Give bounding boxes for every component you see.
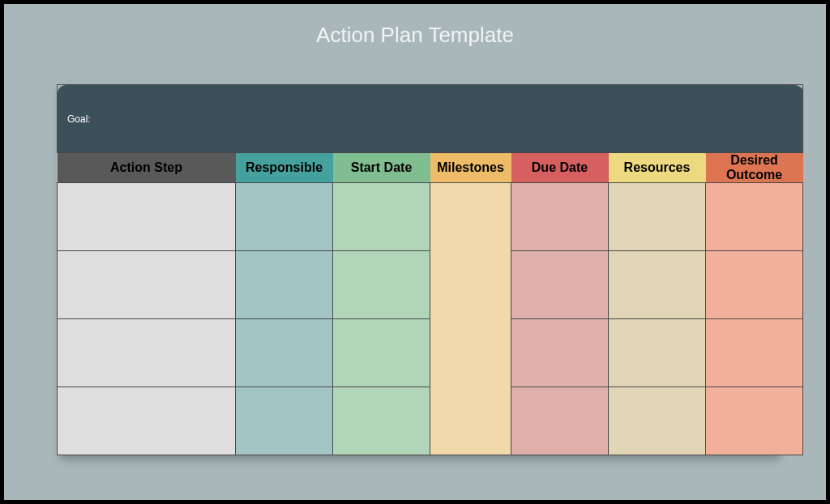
cell-start-date[interactable] [333, 319, 430, 387]
action-plan-table-container: Goal: Action Step Responsible Start Date… [57, 84, 777, 455]
cell-due-date[interactable] [511, 387, 609, 455]
table-header-row: Action Step Responsible Start Date Miles… [58, 153, 803, 183]
cell-action-step[interactable] [58, 183, 236, 251]
cell-start-date[interactable] [333, 183, 430, 251]
header-desired-outcome: Desired Outcome [706, 153, 803, 183]
header-resources: Resources [609, 153, 706, 183]
goal-row: Goal: [58, 85, 803, 153]
cell-action-step[interactable] [58, 387, 236, 455]
template-frame: Action Plan Template Goal: Action Step R… [0, 0, 830, 504]
cell-milestones-merged[interactable] [430, 183, 511, 455]
cell-resources[interactable] [609, 319, 706, 387]
action-plan-table: Goal: Action Step Responsible Start Date… [57, 84, 803, 455]
cell-desired-outcome[interactable] [706, 183, 803, 251]
cell-desired-outcome[interactable] [706, 251, 803, 319]
cell-responsible[interactable] [236, 183, 333, 251]
cell-action-step[interactable] [58, 251, 236, 319]
cell-due-date[interactable] [511, 251, 609, 319]
cell-start-date[interactable] [333, 251, 430, 319]
cell-start-date[interactable] [333, 387, 430, 455]
header-start-date: Start Date [333, 153, 430, 183]
cell-resources[interactable] [609, 183, 706, 251]
cell-resources[interactable] [609, 387, 706, 455]
cell-desired-outcome[interactable] [706, 319, 803, 387]
cell-responsible[interactable] [236, 387, 333, 455]
header-responsible: Responsible [236, 153, 333, 183]
table-row [58, 183, 803, 251]
cell-responsible[interactable] [236, 319, 333, 387]
cell-resources[interactable] [609, 251, 706, 319]
cell-due-date[interactable] [511, 319, 609, 387]
cell-responsible[interactable] [236, 251, 333, 319]
cell-due-date[interactable] [511, 183, 609, 251]
cell-desired-outcome[interactable] [706, 387, 803, 455]
header-milestones: Milestones [430, 153, 511, 183]
header-due-date: Due Date [511, 153, 609, 183]
header-action-step: Action Step [58, 153, 236, 183]
goal-label[interactable]: Goal: [58, 85, 803, 153]
cell-action-step[interactable] [58, 319, 236, 387]
page-title: Action Plan Template [8, 23, 822, 48]
